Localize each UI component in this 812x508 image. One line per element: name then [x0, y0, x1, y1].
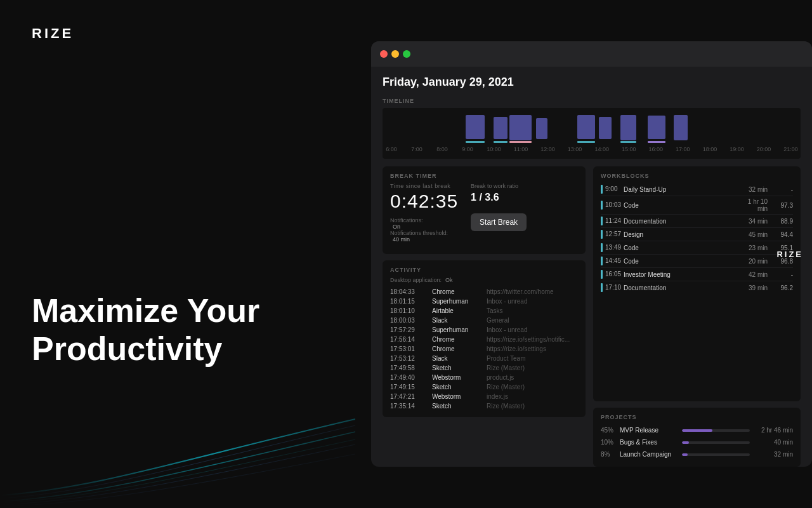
proj-bar	[682, 453, 688, 456]
proj-pct: 10%	[601, 439, 620, 446]
activity-detail: Rize (Master)	[487, 403, 578, 410]
activity-app: Sketch	[432, 364, 483, 371]
svg-rect-13	[620, 141, 636, 143]
hour-19: 19:00	[730, 146, 744, 152]
svg-rect-7	[648, 116, 665, 139]
projects-list: 45% MVP Release 2 hr 46 min 10% Bugs & F…	[601, 424, 793, 460]
svg-rect-4	[577, 115, 595, 139]
hour-8: 8:00	[436, 146, 449, 152]
hour-16: 16:00	[649, 146, 664, 152]
svg-rect-0	[466, 115, 485, 139]
break-timer-label: BREAK TIMER	[390, 173, 578, 179]
wb-color-indicator	[601, 243, 603, 252]
break-right: Break to work ratio 1 / 3.6 Start Break	[471, 183, 578, 231]
proj-pct: 8%	[601, 451, 620, 458]
timeline-container: 6:00 7:00 8:00 9:00 10:00 11:00 12:00 13…	[383, 108, 801, 159]
activity-detail: Rize (Master)	[487, 384, 578, 391]
wb-color-indicator	[601, 217, 603, 225]
wb-duration: 42 min	[736, 271, 768, 278]
hour-15: 15:00	[622, 146, 636, 152]
title-bar: RIZE	[371, 41, 812, 67]
proj-time: 2 hr 46 min	[755, 427, 793, 434]
workblock-row: 14:45 Code 20 min 96.8	[601, 255, 793, 268]
wb-name: Code	[624, 202, 736, 209]
workblock-row: 16:05 Investor Meeting 42 min -	[601, 268, 793, 281]
activity-app: Slack	[432, 355, 483, 362]
wb-name: Investor Meeting	[624, 271, 736, 278]
workblocks-panel: WORKBLOCKS 9:00 Daily Stand-Up 32 min - …	[593, 166, 801, 401]
start-break-button[interactable]: Start Break	[471, 213, 527, 231]
wb-time: 14:45	[601, 257, 624, 265]
wb-time: 12:57	[601, 230, 624, 239]
project-row: 8% Launch Campaign 32 min	[601, 448, 793, 460]
hour-7: 7:00	[410, 146, 423, 152]
activity-time: 17:35:14	[390, 403, 428, 410]
projects-label: PROJECTS	[601, 414, 793, 420]
svg-rect-9	[466, 141, 485, 143]
activity-app: Webstorm	[432, 393, 483, 400]
proj-name: MVP Release	[620, 427, 677, 434]
activity-row: 17:49:15 Sketch Rize (Master)	[390, 382, 578, 392]
activity-detail: product.js	[487, 374, 578, 381]
activity-app: Superhuman	[432, 326, 483, 333]
close-button[interactable]	[380, 50, 388, 58]
svg-rect-5	[599, 117, 612, 139]
activity-detail: https://rize.io/settings/notific...	[487, 336, 578, 343]
activity-detail: index.js	[487, 393, 578, 400]
wb-color-indicator	[601, 270, 603, 279]
activity-detail: Rize (Master)	[487, 364, 578, 371]
date-header: Friday, January 29, 2021	[383, 76, 801, 89]
ratio-value: 1 / 3.6	[471, 192, 578, 203]
wb-name: Code	[624, 258, 736, 265]
activity-row: 18:04:33 Chrome https://twitter.com/home	[390, 287, 578, 297]
desktop-app-row: Desktop application: Ok	[390, 277, 578, 283]
minimize-button[interactable]	[391, 50, 399, 58]
timeline-section: TIMELINE	[383, 98, 801, 166]
wb-color-indicator	[601, 185, 603, 194]
right-section: WORKBLOCKS 9:00 Daily Stand-Up 32 min - …	[593, 166, 801, 467]
activity-app: Chrome	[432, 336, 483, 343]
activity-time: 17:56:14	[390, 336, 428, 343]
wb-duration: 23 min	[736, 244, 768, 251]
time-since-label: Time since last break	[390, 183, 458, 189]
activity-time: 17:49:58	[390, 364, 428, 371]
bottom-row: BREAK TIMER Time since last break 0:42:3…	[383, 166, 801, 467]
svg-rect-10	[494, 141, 508, 143]
hour-12: 12:00	[540, 146, 555, 152]
activity-time: 17:57:29	[390, 326, 428, 333]
svg-rect-6	[620, 115, 636, 140]
svg-rect-12	[577, 141, 595, 143]
wb-score: 88.9	[768, 218, 793, 225]
activity-time: 17:53:12	[390, 355, 428, 362]
left-panel: RIZE Maximize YourProductivity	[0, 0, 355, 508]
activity-time: 17:47:21	[390, 393, 428, 400]
wb-duration: 32 min	[736, 186, 768, 193]
activity-row: 17:57:29 Superhuman Inbox - unread	[390, 325, 578, 335]
threshold-row: Notifications threshold: 40 min	[390, 230, 458, 243]
wb-name: Documentation	[624, 284, 736, 291]
wb-score: 97.3	[768, 202, 793, 209]
proj-bar-container	[682, 429, 750, 432]
traffic-lights	[380, 50, 410, 58]
wb-color-indicator	[601, 283, 603, 292]
ratio-label: Break to work ratio	[471, 183, 578, 189]
activity-time: 17:49:40	[390, 374, 428, 381]
activity-detail: Inbox - unread	[487, 298, 578, 305]
activity-app: Airtable	[432, 307, 483, 314]
wb-name: Code	[624, 244, 736, 251]
proj-pct: 45%	[601, 427, 620, 434]
proj-bar	[682, 429, 712, 432]
maximize-button[interactable]	[403, 50, 410, 58]
activity-detail: General	[487, 317, 578, 324]
activity-row: 18:00:03 Slack General	[390, 316, 578, 325]
hour-6: 6:00	[385, 146, 398, 152]
activity-detail: https://twitter.com/home	[487, 288, 578, 295]
hour-13: 13:00	[568, 146, 582, 152]
wb-name: Documentation	[624, 218, 736, 225]
break-meta: Notifications: On Notifications threshol…	[390, 217, 458, 243]
activity-app: Superhuman	[432, 298, 483, 305]
hour-20: 20:00	[757, 146, 771, 152]
proj-time: 32 min	[755, 451, 793, 458]
svg-rect-1	[494, 117, 508, 139]
activity-detail: Tasks	[487, 307, 578, 314]
